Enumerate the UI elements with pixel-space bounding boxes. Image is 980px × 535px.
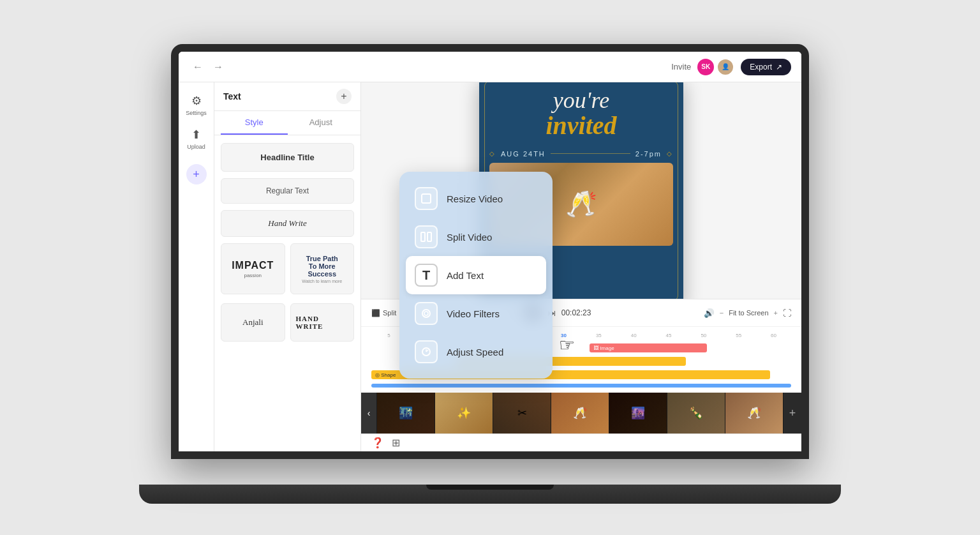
regular-text-button[interactable]: Regular Text [221, 178, 354, 204]
video-filters-label: Video Filters [447, 308, 500, 319]
zoom-minus[interactable]: − [720, 309, 724, 317]
bottom-toolbar: ❓ ⊞ [361, 433, 801, 451]
diamond-right-icon: ◇ [667, 150, 673, 157]
upload-icon: ⬆ [191, 128, 201, 142]
svg-point-3 [422, 310, 430, 317]
resize-video-label: Resize Video [447, 193, 503, 204]
template-path-line3: Watch to learn more [302, 279, 342, 283]
settings-label: Settings [186, 110, 207, 116]
tab-adjust[interactable]: Adjust [288, 111, 355, 135]
header-right: Invite SK 👤 Export ↗ [671, 58, 791, 76]
add-icon: + [186, 164, 207, 185]
invite-youre-text: you're [492, 89, 671, 112]
ruler-mark: 55 [721, 333, 756, 338]
sidebar-upload[interactable]: ⬆ Upload [181, 123, 212, 155]
zoom-plus[interactable]: + [774, 309, 778, 317]
thumbnail-7: 🥂 [725, 393, 783, 433]
nav-back-button[interactable]: ← [189, 59, 207, 75]
add-text-item[interactable]: T Add Text [406, 256, 546, 294]
template-handwrite1[interactable]: Anjali [221, 303, 285, 342]
playback-right: 🔊 − Fit to Screen + ⛶ [704, 308, 791, 318]
invite-date: AUG 24TH [501, 150, 546, 158]
laptop-base [139, 485, 841, 504]
ruler-mark: 35 [581, 333, 616, 338]
tab-style[interactable]: Style [221, 111, 288, 135]
template-handwrite2-text: HAND WRITE [296, 315, 349, 330]
template-impact[interactable]: IMPACT passion [221, 243, 285, 294]
template-impact-sub: passion [244, 273, 262, 278]
panel-content: Headline Title Regular Text Hand Write I… [214, 135, 360, 349]
invite-card-top: you're invited [479, 82, 683, 145]
ruler-mark: 45 [651, 333, 687, 338]
template-path-line2: To More Success [296, 262, 349, 278]
invite-time: 2-7pm [635, 150, 662, 158]
handwrite-button[interactable]: Hand Write [221, 210, 354, 237]
split-video-label: Split Video [447, 232, 492, 243]
date-divider [551, 153, 630, 154]
panel-tabs: Style Adjust [214, 111, 360, 135]
add-text-label: Add Text [447, 270, 484, 281]
template-path-line1: True Path [306, 255, 338, 262]
svg-rect-0 [422, 194, 431, 203]
invite-invited-text: invited [492, 112, 671, 140]
audio-clip[interactable] [371, 384, 791, 388]
split-icon: ⬛ [371, 309, 380, 317]
panel-title: Text [223, 91, 241, 102]
headline-button[interactable]: Headline Title [221, 143, 354, 172]
help-button[interactable]: ❓ [371, 437, 384, 449]
panel-add-button[interactable]: + [336, 89, 352, 104]
split-video-item[interactable]: Split Video [406, 218, 546, 256]
app-header: ← → Invite SK 👤 Export ↗ [179, 52, 801, 82]
context-menu: Resize Video Split Video T [399, 172, 553, 379]
template-path[interactable]: True Path To More Success Watch to learn… [290, 243, 355, 294]
volume-button[interactable]: 🔊 [704, 308, 715, 318]
invite-button[interactable]: Invite [671, 62, 691, 72]
template-handwrite2[interactable]: HAND WRITE [290, 303, 355, 342]
video-thumbnails: ‹ 🌃 ✨ ✂ 🥂 🌆 🍾 🥂 + [361, 393, 801, 433]
upload-label: Upload [187, 144, 205, 150]
template-handwrite1-text: Anjali [242, 317, 264, 328]
diamond-left-icon: ◇ [489, 150, 496, 157]
track-audio-row [371, 382, 791, 389]
image-clip[interactable]: 🖼 Image [590, 343, 707, 352]
time-display: 00:02:23 [561, 308, 591, 317]
add-thumbnail-button[interactable]: + [783, 393, 801, 433]
fullscreen-button[interactable]: ⛶ [783, 308, 791, 318]
user-avatar: 👤 [716, 58, 734, 76]
thumbnail-3: ✂ [493, 393, 551, 433]
nav-forward-button[interactable]: → [209, 59, 227, 75]
text-panel: Text + Style Adjust Headline Title Regul… [214, 82, 361, 451]
settings-icon: ⚙ [191, 94, 202, 108]
split-button[interactable]: ⬛ Split [371, 309, 396, 317]
header-left: ← → [189, 59, 227, 75]
fit-label: Fit to Screen [729, 309, 768, 317]
ruler-mark: 50 [686, 333, 721, 338]
thumbnail-5: 🌆 [609, 393, 667, 433]
panel-header: Text + [214, 82, 360, 111]
ruler-mark: 60 [756, 333, 791, 338]
sidebar-add[interactable]: + [181, 159, 212, 190]
add-text-icon: T [415, 264, 438, 287]
resize-video-icon [415, 187, 438, 210]
playback-left: ⬛ Split [371, 309, 396, 317]
svg-rect-2 [427, 232, 431, 241]
svg-point-4 [424, 312, 428, 315]
thumbnail-1: 🌃 [377, 393, 434, 433]
grid-button[interactable]: ⊞ [392, 437, 400, 449]
thumbnail-6: 🍾 [667, 393, 725, 433]
prev-thumbnail-button[interactable]: ‹ [361, 393, 376, 433]
adjust-speed-item[interactable]: Adjust Speed [406, 333, 546, 371]
video-filters-item[interactable]: Video Filters [406, 294, 546, 333]
sidebar-settings[interactable]: ⚙ Settings [181, 89, 212, 121]
adjust-speed-icon [415, 340, 438, 363]
header-nav: ← → [189, 59, 227, 75]
thumbnail-4: 🥂 [551, 393, 609, 433]
svg-rect-1 [421, 232, 425, 241]
resize-video-item[interactable]: Resize Video [406, 179, 546, 218]
invite-date-row: ◇ AUG 24TH 2-7pm ◇ [479, 145, 683, 163]
split-label: Split [383, 309, 396, 317]
export-button[interactable]: Export ↗ [741, 59, 791, 75]
thumbnail-2: ✨ [435, 393, 493, 433]
user-avatar-group: SK 👤 [697, 58, 734, 76]
template-grid: IMPACT passion True Path To More Success… [221, 243, 354, 294]
